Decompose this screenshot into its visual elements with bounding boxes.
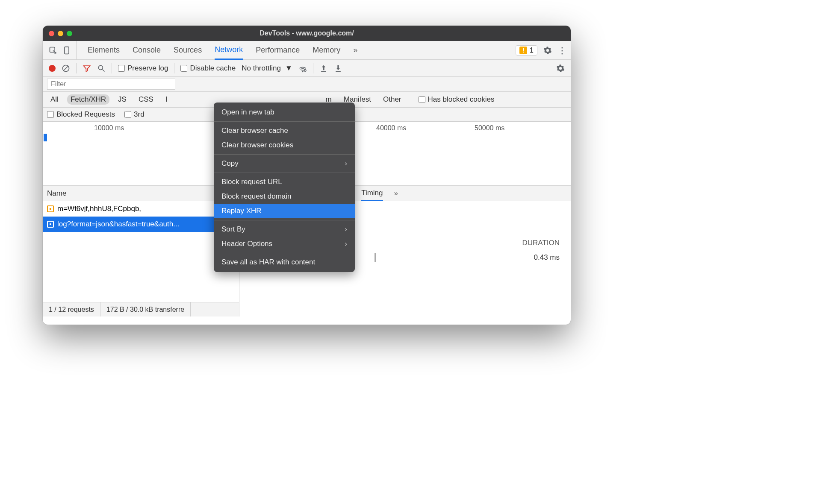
separator [112, 63, 112, 73]
separator [214, 121, 355, 122]
blocked-requests-checkbox[interactable]: Blocked Requests [47, 110, 115, 119]
ctx-open-new-tab[interactable]: Open in new tab [214, 105, 355, 120]
ctx-save-har[interactable]: Save all as HAR with content [214, 255, 355, 270]
tab-sources[interactable]: Sources [174, 41, 202, 59]
statusbar: 1 / 12 requests 172 B / 30.0 kB transfer… [43, 302, 239, 316]
window-title: DevTools - www.google.com/ [43, 29, 571, 37]
pill-css[interactable]: CSS [135, 94, 157, 105]
svg-line-5 [103, 69, 105, 71]
separator [214, 220, 355, 220]
third-party-checkbox[interactable]: 3rd [124, 110, 145, 119]
separator [174, 63, 174, 73]
separator [214, 154, 355, 155]
issues-count: 1 [530, 47, 534, 54]
svg-point-7 [304, 69, 306, 71]
timeline-tick: 50000 ms [475, 124, 504, 132]
request-list: Name m=Wt6vjf,hhhU8,FCpbqb, log?format=j… [43, 186, 239, 316]
timeline-tick: 40000 ms [376, 124, 406, 132]
kebab-menu-icon[interactable]: ⋮ [558, 45, 566, 56]
close-window-button[interactable] [49, 31, 54, 36]
request-row-selected[interactable]: log?format=json&hasfast=true&auth... [43, 217, 239, 232]
filter-input[interactable] [47, 79, 175, 90]
pill-img-partial[interactable]: I [162, 94, 171, 105]
record-button[interactable] [49, 65, 56, 72]
duration-label: DURATION [522, 239, 560, 247]
search-icon[interactable] [97, 64, 106, 73]
traffic-lights [49, 31, 72, 36]
pill-all[interactable]: All [47, 94, 62, 105]
status-transferred: 172 B / 30.0 kB transferre [100, 302, 191, 316]
devtools-window: DevTools - www.google.com/ Elements Cons… [43, 26, 571, 325]
network-conditions-icon[interactable] [298, 64, 307, 73]
svg-rect-1 [65, 47, 69, 54]
timeline-tick: 10000 ms [94, 124, 124, 132]
tab-console[interactable]: Console [133, 41, 161, 59]
tab-more[interactable]: » [353, 41, 357, 59]
download-icon[interactable] [334, 64, 342, 73]
separator [214, 173, 355, 173]
ctx-copy[interactable]: Copy› [214, 156, 355, 171]
ctx-block-domain[interactable]: Block request domain [214, 189, 355, 204]
column-header-name[interactable]: Name [43, 186, 239, 201]
request-name: m=Wt6vjf,hhhU8,FCpbqb, [57, 205, 141, 213]
request-name: log?format=json&hasfast=true&auth... [57, 220, 179, 229]
separator [76, 63, 77, 73]
preserve-log-checkbox[interactable]: Preserve log [118, 64, 168, 73]
timeline-marker [44, 134, 47, 141]
separator [214, 253, 355, 253]
disable-cache-checkbox[interactable]: Disable cache [180, 64, 236, 73]
inspect-element-icon[interactable] [49, 46, 57, 55]
status-requests: 1 / 12 requests [43, 302, 100, 316]
separator [313, 63, 313, 73]
tab-performance[interactable]: Performance [256, 41, 300, 59]
pill-other[interactable]: Other [380, 94, 405, 105]
throttling-select[interactable]: No throttling ▼ [242, 64, 292, 73]
panel-tabbar: Elements Console Sources Network Perform… [43, 41, 571, 60]
tab-elements[interactable]: Elements [88, 41, 120, 59]
queue-value: 0.43 ms [534, 253, 560, 262]
svg-point-4 [98, 65, 103, 70]
device-toggle-icon[interactable] [62, 46, 71, 55]
detail-tab-timing[interactable]: Timing [361, 186, 383, 201]
ctx-clear-cookies[interactable]: Clear browser cookies [214, 138, 355, 152]
ctx-replay-xhr[interactable]: Replay XHR [214, 204, 355, 218]
maximize-window-button[interactable] [67, 31, 72, 36]
filter-icon[interactable] [83, 64, 91, 73]
ctx-sort-by[interactable]: Sort By› [214, 222, 355, 237]
network-toolbar: Preserve log Disable cache No throttling… [43, 60, 571, 77]
issues-badge[interactable]: ! 1 [516, 45, 537, 56]
chevron-right-icon: › [345, 240, 347, 248]
tab-network[interactable]: Network [215, 41, 243, 60]
filter-row [43, 77, 571, 92]
tab-memory[interactable]: Memory [313, 41, 340, 59]
svg-point-6 [302, 71, 303, 72]
titlebar: DevTools - www.google.com/ [43, 26, 571, 41]
xhr-file-icon [47, 221, 54, 228]
pill-js[interactable]: JS [115, 94, 130, 105]
settings-icon[interactable] [543, 46, 552, 55]
script-file-icon [47, 205, 54, 212]
detail-tab-more[interactable]: » [394, 186, 398, 201]
svg-line-3 [64, 66, 68, 70]
network-settings-icon[interactable] [556, 64, 565, 73]
queue-bar [375, 253, 376, 262]
has-blocked-cookies-checkbox[interactable]: Has blocked cookies [419, 95, 495, 104]
ctx-clear-cache[interactable]: Clear browser cache [214, 123, 355, 138]
clear-icon[interactable] [62, 64, 70, 73]
upload-icon[interactable] [319, 64, 328, 73]
minimize-window-button[interactable] [58, 31, 63, 36]
chevron-right-icon: › [345, 159, 347, 168]
ctx-header-options[interactable]: Header Options› [214, 237, 355, 251]
chevron-right-icon: › [345, 225, 347, 234]
ctx-block-url[interactable]: Block request URL [214, 175, 355, 189]
pill-fetch-xhr[interactable]: Fetch/XHR [67, 94, 109, 105]
chevron-down-icon: ▼ [285, 64, 292, 73]
context-menu: Open in new tab Clear browser cache Clea… [214, 103, 355, 272]
request-row[interactable]: m=Wt6vjf,hhhU8,FCpbqb, [43, 201, 239, 217]
warning-icon: ! [519, 47, 527, 54]
